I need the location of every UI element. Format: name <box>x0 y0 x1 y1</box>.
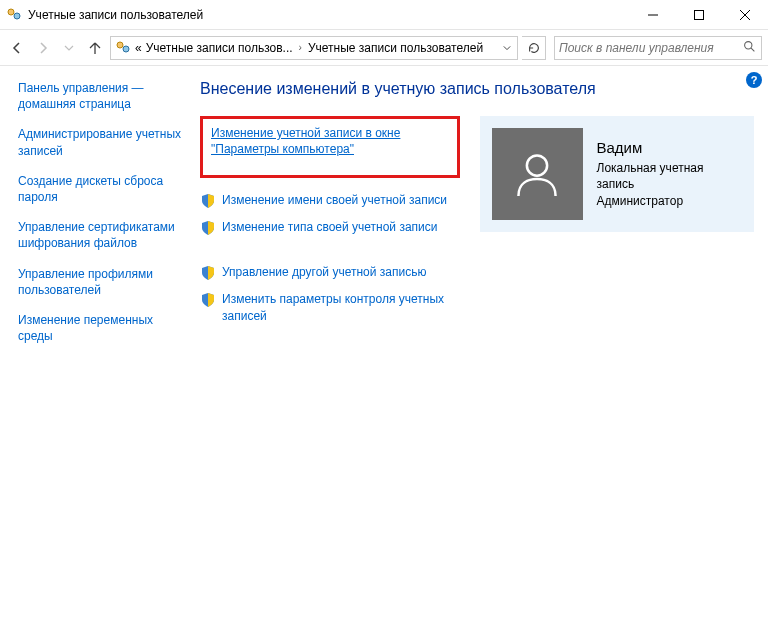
chevron-right-icon: › <box>297 42 304 53</box>
forward-button[interactable] <box>32 37 54 59</box>
svg-point-7 <box>123 46 129 52</box>
link-manage-another-account[interactable]: Управление другой учетной записью <box>222 264 426 280</box>
search-input[interactable] <box>559 41 741 55</box>
sidebar-link-manage-certs[interactable]: Управление сертификатами шифрования файл… <box>18 219 190 251</box>
link-uac-settings[interactable]: Изменить параметры контроля учетных запи… <box>222 291 460 323</box>
sidebar-link-password-reset-disk[interactable]: Создание дискеты сброса пароля <box>18 173 190 205</box>
link-change-type[interactable]: Изменение типа своей учетной записи <box>222 219 437 235</box>
account-card: Вадим Локальная учетная запись Администр… <box>480 116 754 232</box>
window-controls <box>630 0 768 29</box>
breadcrumb-dropdown[interactable] <box>499 37 515 59</box>
sidebar-link-user-profiles[interactable]: Управление профилями пользователей <box>18 266 190 298</box>
shield-icon <box>200 220 216 236</box>
breadcrumb-icon <box>115 40 131 56</box>
actions-column: Изменение учетной записи в окне "Парамет… <box>200 116 460 334</box>
app-icon <box>6 7 22 23</box>
search-icon[interactable] <box>741 40 757 56</box>
close-button[interactable] <box>722 0 768 29</box>
breadcrumb-item-2[interactable]: Учетные записи пользователей <box>308 41 483 55</box>
shield-icon <box>200 193 216 209</box>
window-title: Учетные записи пользователей <box>28 8 630 22</box>
svg-line-9 <box>751 48 754 51</box>
titlebar: Учетные записи пользователей <box>0 0 768 30</box>
account-name: Вадим <box>597 139 743 156</box>
maximize-button[interactable] <box>676 0 722 29</box>
avatar <box>492 128 583 220</box>
breadcrumb[interactable]: « Учетные записи пользов... › Учетные за… <box>110 36 518 60</box>
shield-icon <box>200 265 216 281</box>
svg-point-1 <box>14 13 20 19</box>
account-info: Вадим Локальная учетная запись Администр… <box>597 139 743 209</box>
refresh-button[interactable] <box>522 36 546 60</box>
sidebar-link-admin-accounts[interactable]: Администрирование учетных записей <box>18 126 190 158</box>
sidebar-link-home[interactable]: Панель управления — домашняя страница <box>18 80 190 112</box>
link-change-account-in-settings[interactable]: Изменение учетной записи в окне "Парамет… <box>211 125 449 157</box>
account-type: Локальная учетная запись <box>597 160 743 192</box>
up-button[interactable] <box>84 37 106 59</box>
back-button[interactable] <box>6 37 28 59</box>
svg-point-10 <box>527 155 547 175</box>
link-change-name[interactable]: Изменение имени своей учетной записи <box>222 192 447 208</box>
account-role: Администратор <box>597 193 743 209</box>
shield-icon <box>200 292 216 308</box>
svg-point-8 <box>744 41 751 48</box>
body: ? Панель управления — домашняя страница … <box>0 66 768 626</box>
page-title: Внесение изменений в учетную запись поль… <box>200 80 754 98</box>
breadcrumb-item-1[interactable]: Учетные записи пользов... <box>146 41 293 55</box>
main: Внесение изменений в учетную запись поль… <box>200 66 768 626</box>
breadcrumb-prefix: « <box>135 41 142 55</box>
highlight-box: Изменение учетной записи в окне "Парамет… <box>200 116 460 178</box>
search-box[interactable] <box>554 36 762 60</box>
svg-point-0 <box>8 9 14 15</box>
content-row: Изменение учетной записи в окне "Парамет… <box>200 116 754 334</box>
navbar: « Учетные записи пользов... › Учетные за… <box>0 30 768 66</box>
svg-rect-3 <box>695 10 704 19</box>
recent-dropdown[interactable] <box>58 37 80 59</box>
sidebar: Панель управления — домашняя страница Ад… <box>0 66 200 626</box>
minimize-button[interactable] <box>630 0 676 29</box>
sidebar-link-env-vars[interactable]: Изменение переменных среды <box>18 312 190 344</box>
svg-point-6 <box>117 42 123 48</box>
